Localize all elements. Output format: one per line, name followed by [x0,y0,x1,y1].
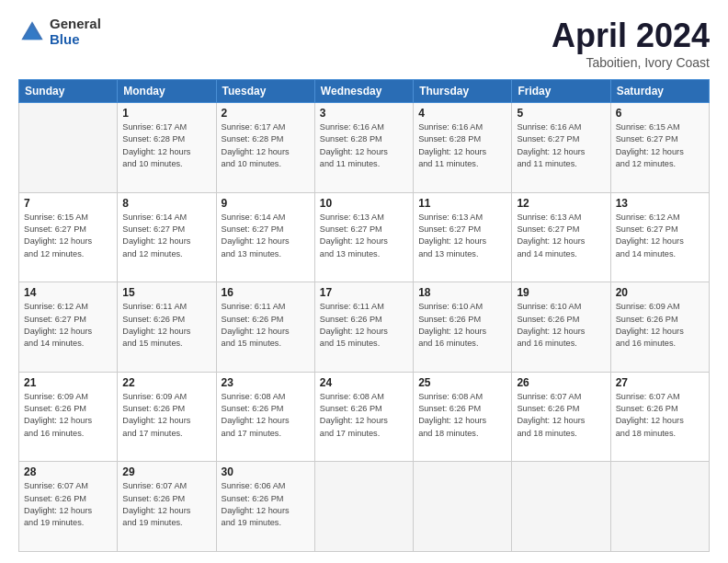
day-number: 15 [122,286,210,299]
day-info: Sunrise: 6:07 AM Sunset: 6:26 PM Dayligh… [616,391,704,440]
day-info: Sunrise: 6:13 AM Sunset: 6:27 PM Dayligh… [517,212,605,260]
calendar-cell: 29Sunrise: 6:07 AM Sunset: 6:26 PM Dayli… [118,462,216,552]
day-info: Sunrise: 6:12 AM Sunset: 6:27 PM Dayligh… [24,301,112,350]
calendar-cell: 15Sunrise: 6:11 AM Sunset: 6:26 PM Dayli… [118,282,216,373]
calendar-cell: 4Sunrise: 6:16 AM Sunset: 6:28 PM Daylig… [414,103,512,193]
day-info: Sunrise: 6:11 AM Sunset: 6:26 PM Dayligh… [122,301,210,350]
day-number: 24 [320,376,408,389]
day-number: 13 [616,197,704,210]
day-number: 11 [418,197,506,210]
logo-blue-text: Blue [50,32,101,48]
calendar-cell: 9Sunrise: 6:14 AM Sunset: 6:27 PM Daylig… [216,192,314,282]
day-info: Sunrise: 6:12 AM Sunset: 6:27 PM Dayligh… [616,212,704,260]
calendar-cell: 6Sunrise: 6:15 AM Sunset: 6:27 PM Daylig… [610,103,709,193]
calendar-cell: 7Sunrise: 6:15 AM Sunset: 6:27 PM Daylig… [19,192,118,282]
calendar-cell: 8Sunrise: 6:14 AM Sunset: 6:27 PM Daylig… [118,192,216,282]
day-number: 10 [320,197,408,210]
logo: General Blue [18,17,101,47]
day-info: Sunrise: 6:13 AM Sunset: 6:27 PM Dayligh… [418,212,506,260]
day-info: Sunrise: 6:07 AM Sunset: 6:26 PM Dayligh… [122,480,210,529]
day-info: Sunrise: 6:06 AM Sunset: 6:26 PM Dayligh… [222,480,310,529]
calendar-cell: 24Sunrise: 6:08 AM Sunset: 6:26 PM Dayli… [314,372,413,462]
day-info: Sunrise: 6:15 AM Sunset: 6:27 PM Dayligh… [24,212,112,260]
day-of-week-header: Sunday [19,80,118,103]
day-info: Sunrise: 6:14 AM Sunset: 6:27 PM Dayligh… [122,212,210,260]
calendar-body: 1Sunrise: 6:17 AM Sunset: 6:28 PM Daylig… [19,103,710,552]
day-number: 1 [122,107,210,120]
calendar-cell: 1Sunrise: 6:17 AM Sunset: 6:28 PM Daylig… [118,103,216,193]
calendar-week-row: 1Sunrise: 6:17 AM Sunset: 6:28 PM Daylig… [19,103,710,193]
day-number: 18 [418,286,506,299]
day-info: Sunrise: 6:11 AM Sunset: 6:26 PM Dayligh… [320,301,408,350]
day-of-week-header: Saturday [610,80,709,103]
calendar-table: SundayMondayTuesdayWednesdayThursdayFrid… [18,79,710,552]
day-info: Sunrise: 6:17 AM Sunset: 6:28 PM Dayligh… [222,121,310,170]
day-number: 21 [24,376,112,389]
day-info: Sunrise: 6:14 AM Sunset: 6:27 PM Dayligh… [222,212,310,260]
day-number: 25 [418,376,506,389]
day-number: 6 [616,107,704,120]
day-number: 19 [517,286,605,299]
calendar-cell: 19Sunrise: 6:10 AM Sunset: 6:26 PM Dayli… [512,282,610,373]
calendar-cell [414,462,512,552]
calendar-cell: 14Sunrise: 6:12 AM Sunset: 6:27 PM Dayli… [19,282,118,373]
day-info: Sunrise: 6:11 AM Sunset: 6:26 PM Dayligh… [222,301,310,350]
logo-general-text: General [50,17,101,32]
day-info: Sunrise: 6:09 AM Sunset: 6:26 PM Dayligh… [616,301,704,350]
calendar-header: SundayMondayTuesdayWednesdayThursdayFrid… [19,80,710,103]
calendar-cell: 12Sunrise: 6:13 AM Sunset: 6:27 PM Dayli… [512,192,610,282]
day-info: Sunrise: 6:08 AM Sunset: 6:26 PM Dayligh… [320,391,408,440]
calendar-cell [512,462,610,552]
days-of-week-row: SundayMondayTuesdayWednesdayThursdayFrid… [19,80,710,103]
day-info: Sunrise: 6:07 AM Sunset: 6:26 PM Dayligh… [517,391,605,440]
calendar-cell: 27Sunrise: 6:07 AM Sunset: 6:26 PM Dayli… [610,372,709,462]
calendar-cell: 22Sunrise: 6:09 AM Sunset: 6:26 PM Dayli… [118,372,216,462]
day-info: Sunrise: 6:08 AM Sunset: 6:26 PM Dayligh… [222,391,310,440]
day-of-week-header: Wednesday [314,80,413,103]
day-info: Sunrise: 6:16 AM Sunset: 6:27 PM Dayligh… [517,121,605,170]
day-info: Sunrise: 6:16 AM Sunset: 6:28 PM Dayligh… [418,121,506,170]
day-number: 7 [24,197,112,210]
day-number: 14 [24,286,112,299]
day-info: Sunrise: 6:15 AM Sunset: 6:27 PM Dayligh… [616,121,704,170]
calendar-cell: 25Sunrise: 6:08 AM Sunset: 6:26 PM Dayli… [414,372,512,462]
calendar-week-row: 28Sunrise: 6:07 AM Sunset: 6:26 PM Dayli… [19,462,710,552]
calendar-cell [314,462,413,552]
day-number: 20 [616,286,704,299]
calendar-cell: 17Sunrise: 6:11 AM Sunset: 6:26 PM Dayli… [314,282,413,373]
logo-text: General Blue [50,17,101,47]
day-info: Sunrise: 6:09 AM Sunset: 6:26 PM Dayligh… [122,391,210,440]
calendar-cell: 3Sunrise: 6:16 AM Sunset: 6:28 PM Daylig… [314,103,413,193]
day-info: Sunrise: 6:09 AM Sunset: 6:26 PM Dayligh… [24,391,112,440]
day-number: 16 [222,286,310,299]
location-subtitle: Taboitien, Ivory Coast [552,55,710,70]
day-number: 4 [418,107,506,120]
day-number: 29 [122,465,210,478]
day-number: 12 [517,197,605,210]
month-title: April 2024 [552,17,710,55]
calendar-week-row: 14Sunrise: 6:12 AM Sunset: 6:27 PM Dayli… [19,282,710,373]
day-number: 26 [517,376,605,389]
day-number: 3 [320,107,408,120]
calendar-cell: 13Sunrise: 6:12 AM Sunset: 6:27 PM Dayli… [610,192,709,282]
calendar-cell: 26Sunrise: 6:07 AM Sunset: 6:26 PM Dayli… [512,372,610,462]
day-number: 2 [222,107,310,120]
calendar-cell: 30Sunrise: 6:06 AM Sunset: 6:26 PM Dayli… [216,462,314,552]
calendar-week-row: 7Sunrise: 6:15 AM Sunset: 6:27 PM Daylig… [19,192,710,282]
logo-icon [18,18,46,46]
day-info: Sunrise: 6:13 AM Sunset: 6:27 PM Dayligh… [320,212,408,260]
day-number: 23 [222,376,310,389]
day-info: Sunrise: 6:17 AM Sunset: 6:28 PM Dayligh… [122,121,210,170]
day-number: 22 [122,376,210,389]
day-number: 5 [517,107,605,120]
calendar-cell [610,462,709,552]
page: General Blue April 2024 Taboitien, Ivory… [0,0,728,563]
day-of-week-header: Thursday [414,80,512,103]
day-number: 8 [122,197,210,210]
calendar-cell: 16Sunrise: 6:11 AM Sunset: 6:26 PM Dayli… [216,282,314,373]
calendar-cell [19,103,118,193]
day-number: 17 [320,286,408,299]
calendar-cell: 10Sunrise: 6:13 AM Sunset: 6:27 PM Dayli… [314,192,413,282]
day-number: 30 [222,465,310,478]
day-info: Sunrise: 6:08 AM Sunset: 6:26 PM Dayligh… [418,391,506,440]
